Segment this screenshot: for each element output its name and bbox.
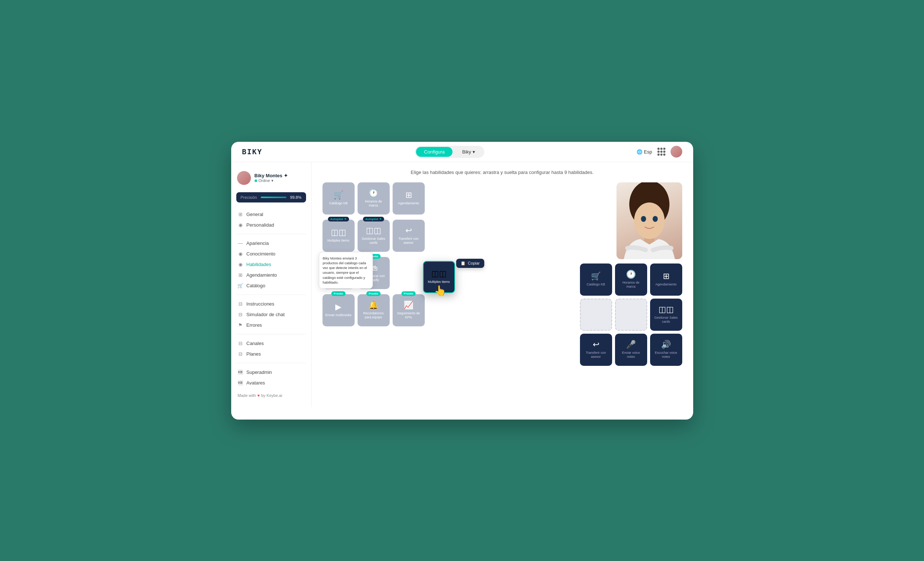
skill-right-enviar-voice[interactable]: 🎤 Enviar voice notes [615,334,647,366]
skills-right-grid: 🛒 Catálogo KB 🕐 Horarios de marca ⊞ Agen… [580,263,682,366]
skill-label: Multiples Items [327,239,349,243]
precision-label: Precisión [241,195,257,200]
skills-row-2: Autopilot ✦ ◫◫ Multiples Items Autopilot… [322,220,569,252]
skill-multiples[interactable]: Autopilot ✦ ◫◫ Multiples Items [322,220,355,252]
bell-icon: 🔔 [369,301,378,309]
skill-recordatorios[interactable]: Pronto 🔔 Recordatorios para equipo [357,294,390,326]
skill-multimedia[interactable]: Pronto ▶ Enviar multimedia [322,294,355,326]
sidebar-section-main: ⊞ General ◉ Personalidad [231,208,311,232]
user-avatar-header[interactable] [670,146,682,158]
sidebar-item-canales[interactable]: ⊟ Canales [231,338,311,349]
gestionar-icon: ◫◫ [366,227,381,235]
skill-label: Enviar multimedia [326,313,352,317]
copy-popup[interactable]: 📋 Copiar [456,259,484,268]
instrucciones-label: Instrucciones [246,301,274,307]
sidebar-item-general[interactable]: ⊞ General [231,209,311,220]
sidebar-item-planes[interactable]: ⊟ Planes [231,349,311,359]
sidebar-item-conocimiento[interactable]: ◉ Conocimiento [231,248,311,259]
biky-tab[interactable]: Biky ▾ [454,147,483,157]
sidebar-item-instrucciones[interactable]: ⊟ Instrucciones [231,299,311,309]
apps-icon[interactable] [657,147,665,156]
header-right: 🌐 Esp [637,146,682,158]
ai-avatar [616,182,682,259]
sidebar-item-catalogo[interactable]: 🛒 Catálogo [231,280,311,291]
sidebar-divider-2 [236,295,306,295]
sidebar-item-avatares[interactable]: KB Avatares [231,378,311,388]
skill-right-gestionar[interactable]: ◫◫ Gestionar Sales cards [650,299,682,331]
skill-agendamiento[interactable]: ⊞ Agendamiento [393,182,425,215]
skill-label: Seguimiento de KPIs [396,311,422,319]
avatar-svg [616,182,682,259]
copy-label: Copiar [468,261,480,265]
mic-icon-dark: 🎤 [626,341,636,349]
precision-value: 99.8% [290,195,301,200]
skill-label: Horarios de marca [618,281,644,289]
precision-bar-container: Precisión 99.8% [236,192,306,203]
sidebar-divider-3 [236,334,306,334]
skills-row-4: Pronto ▶ Enviar multimedia Pronto 🔔 Reco… [322,294,569,326]
sidebar-section-admin: KB Superadmin KB Avatares [231,365,311,390]
pronto-badge-5: Pronto [401,291,416,296]
sidebar-item-habilidades[interactable]: ◉ Habilidades [231,259,311,270]
skill-gestionar[interactable]: Autopilot ✦ ◫◫ Gestionar Sales cards [357,220,390,252]
skill-catalogo-kb[interactable]: 🛒 Catálogo KB [322,182,355,215]
sidebar-item-apariencia[interactable]: — Apariencia [231,238,311,248]
skill-right-horarios[interactable]: 🕐 Horarios de marca [615,263,647,296]
avatares-icon: KB [238,380,243,386]
skill-kpis[interactable]: Pronto 📈 Seguimiento de KPIs [393,294,425,326]
errores-icon: ⚑ [238,322,243,328]
user-status[interactable]: Online ▾ [255,178,288,183]
header: BIKY Configura Biky ▾ 🌐 Esp [231,142,693,162]
lang-selector[interactable]: 🌐 Esp [637,149,652,155]
conocimiento-icon: ◉ [238,251,243,257]
skill-right-catalogo[interactable]: 🛒 Catálogo KB [580,263,612,296]
sidebar-divider-4 [236,363,306,363]
transferir-icon: ↩ [405,227,412,235]
skill-label: Catálogo KB [586,283,605,287]
dragging-label: Multiples Items [428,280,450,284]
user-info: Biky Montes ✦ Online ▾ [255,173,288,183]
sidebar-item-simulador[interactable]: ⊟ Simulador de chat [231,309,311,320]
user-name: Biky Montes ✦ [255,173,288,178]
svg-point-3 [641,216,646,222]
kpi-icon: 📈 [404,301,413,309]
superadmin-label: Superadmin [246,370,272,375]
simulador-icon: ⊟ [238,312,243,317]
skill-transferir[interactable]: ↩ Transferir con asesor [393,220,425,252]
skills-row-1: 🛒 Catálogo KB 🕐 Horarios de marca ⊞ Agen… [322,182,569,215]
simulador-label: Simulador de chat [246,312,285,317]
skill-label: Recordatorios para equipo [360,311,387,319]
calendar-icon: ⊞ [405,191,412,199]
skill-right-escuchar[interactable]: 🔊 Escuchar voice notes [650,334,682,366]
sidebar-item-errores[interactable]: ⚑ Errores [231,320,311,330]
lang-label: Esp [644,149,652,155]
configura-tab[interactable]: Configura [416,147,453,157]
skill-right-empty-2 [615,299,647,331]
sidebar-item-agendamiento[interactable]: ⊞ Agendamiento [231,270,311,280]
tooltip-text: Biky Montes enviará 3 productos del catá… [323,256,367,284]
skill-label: Transferir con asesor [396,237,422,245]
status-label: Online [259,178,270,183]
calendar-icon-dark: ⊞ [663,272,669,280]
canales-icon: ⊟ [238,341,243,346]
sidebar: Biky Montes ✦ Online ▾ Precisión 99.8% [231,162,312,407]
status-dot [255,179,257,182]
hand-cursor: 👆 [434,285,447,297]
clock-icon: 🕐 [369,190,378,197]
skill-label: Catálogo KB [329,202,348,205]
skill-right-transferir[interactable]: ↩ Transferir con asesor [580,334,612,366]
footer-brand: by Keybe.ai [261,393,282,398]
main-content: Elige las habilidades que quieres: arras… [312,162,693,407]
sidebar-section-other: ⊟ Canales ⊟ Planes [231,337,311,361]
logo: BIKY [242,147,262,156]
avatar [237,171,251,185]
sidebar-item-superadmin[interactable]: KB Superadmin [231,367,311,378]
autopilot-badge-2: Autopilot ✦ [363,217,384,221]
sidebar-section-config: — Apariencia ◉ Conocimiento ◉ Habilidade… [231,236,311,292]
sidebar-item-personalidad[interactable]: ◉ Personalidad [231,220,311,230]
skill-horarios[interactable]: 🕐 Horarios de marca [357,182,390,215]
skill-right-agendamiento[interactable]: ⊞ Agendamiento [650,263,682,296]
skill-right-empty-1 [580,299,612,331]
errores-label: Errores [246,322,262,328]
planes-label: Planes [246,351,261,357]
